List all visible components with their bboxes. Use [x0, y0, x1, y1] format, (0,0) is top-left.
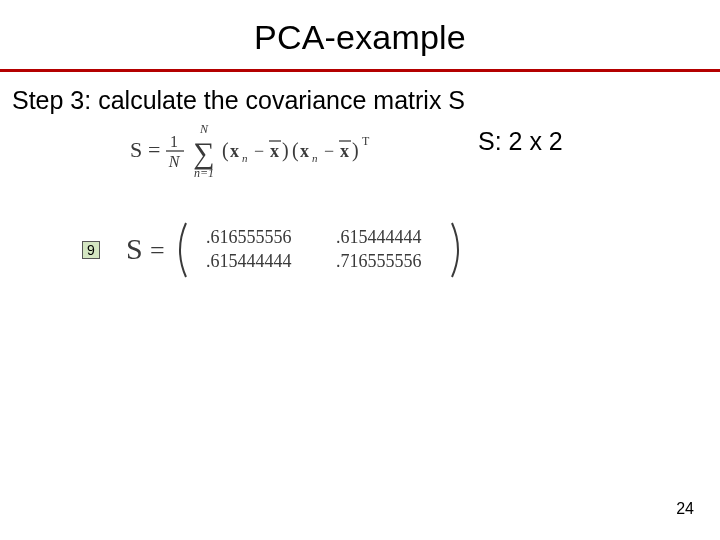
page-title: PCA-example	[0, 0, 720, 65]
sub-n-2: n	[312, 152, 318, 164]
paren-open-2: (	[292, 139, 299, 162]
matrix-size-label: S: 2 x 2	[478, 127, 563, 156]
matrix-lhs: S	[126, 232, 143, 265]
matrix-a22: .716555556	[336, 251, 422, 271]
matrix-eq: =	[150, 236, 165, 265]
xbar-2: x	[340, 141, 349, 161]
matrix-a11: .616555556	[206, 227, 292, 247]
matrix-row: 9 S = .616555556 .615444444 .615444444 .…	[82, 217, 708, 283]
sum-bot: n=1	[194, 166, 214, 180]
sigma-icon: ∑	[193, 136, 214, 170]
xbar-1: x	[270, 141, 279, 161]
paren-close-2: )	[352, 139, 359, 162]
frac-den: N	[168, 153, 181, 170]
matrix-display: S = .616555556 .615444444 .615444444 .71…	[126, 217, 486, 283]
frac-num: 1	[170, 133, 178, 150]
paren-close-1: )	[282, 139, 289, 162]
sum-top: N	[199, 122, 209, 136]
covariance-formula-row: S = 1 N N ∑ n=1 ( x n − x	[12, 119, 708, 181]
transpose: T	[362, 134, 370, 148]
step-heading: Step 3: calculate the covariance matrix …	[12, 86, 708, 115]
sub-n-1: n	[242, 152, 248, 164]
covariance-formula: S = 1 N N ∑ n=1 ( x n − x	[130, 119, 430, 181]
left-paren-icon	[180, 223, 186, 277]
matrix-a21: .615444444	[206, 251, 292, 271]
n-value-box: 9	[82, 241, 100, 259]
x-1: x	[230, 141, 239, 161]
minus-2: −	[324, 141, 334, 161]
page-number: 24	[676, 500, 694, 518]
matrix-a12: .615444444	[336, 227, 422, 247]
formula-lhs: S	[130, 137, 142, 162]
x-2: x	[300, 141, 309, 161]
right-paren-icon	[452, 223, 458, 277]
formula-eq: =	[148, 137, 160, 162]
minus-1: −	[254, 141, 264, 161]
paren-open-1: (	[222, 139, 229, 162]
